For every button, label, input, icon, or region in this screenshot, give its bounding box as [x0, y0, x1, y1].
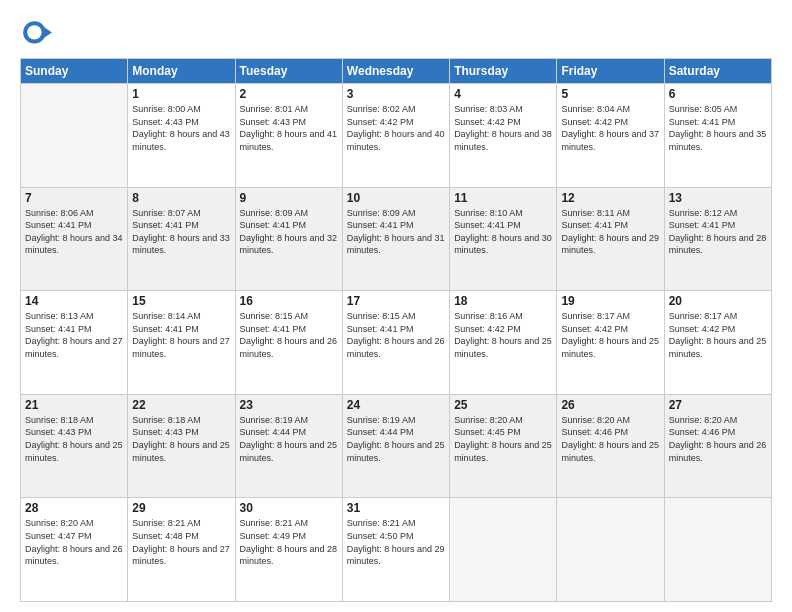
daylight-label: Daylight: 8 hours and 26 minutes.: [669, 440, 767, 463]
sunset-label: Sunset: 4:41 PM: [132, 324, 199, 334]
day-number: 23: [240, 398, 338, 412]
day-number: 1: [132, 87, 230, 101]
day-info: Sunrise: 8:21 AMSunset: 4:50 PMDaylight:…: [347, 517, 445, 567]
calendar-day-cell: 3Sunrise: 8:02 AMSunset: 4:42 PMDaylight…: [342, 84, 449, 188]
sunrise-label: Sunrise: 8:12 AM: [669, 208, 738, 218]
calendar-day-cell: 1Sunrise: 8:00 AMSunset: 4:43 PMDaylight…: [128, 84, 235, 188]
day-info: Sunrise: 8:18 AMSunset: 4:43 PMDaylight:…: [25, 414, 123, 464]
daylight-label: Daylight: 8 hours and 25 minutes.: [240, 440, 338, 463]
daylight-label: Daylight: 8 hours and 26 minutes.: [347, 336, 445, 359]
sunrise-label: Sunrise: 8:04 AM: [561, 104, 630, 114]
calendar-header-cell: Thursday: [450, 59, 557, 84]
sunset-label: Sunset: 4:41 PM: [347, 220, 414, 230]
daylight-label: Daylight: 8 hours and 25 minutes.: [454, 440, 552, 463]
sunrise-label: Sunrise: 8:09 AM: [347, 208, 416, 218]
day-info: Sunrise: 8:19 AMSunset: 4:44 PMDaylight:…: [347, 414, 445, 464]
day-info: Sunrise: 8:19 AMSunset: 4:44 PMDaylight:…: [240, 414, 338, 464]
sunrise-label: Sunrise: 8:18 AM: [132, 415, 201, 425]
day-info: Sunrise: 8:17 AMSunset: 4:42 PMDaylight:…: [561, 310, 659, 360]
daylight-label: Daylight: 8 hours and 40 minutes.: [347, 129, 445, 152]
sunrise-label: Sunrise: 8:00 AM: [132, 104, 201, 114]
calendar-day-cell: 15Sunrise: 8:14 AMSunset: 4:41 PMDayligh…: [128, 291, 235, 395]
calendar-week-row: 14Sunrise: 8:13 AMSunset: 4:41 PMDayligh…: [21, 291, 772, 395]
day-number: 30: [240, 501, 338, 515]
sunrise-label: Sunrise: 8:16 AM: [454, 311, 523, 321]
calendar-header-cell: Wednesday: [342, 59, 449, 84]
calendar-day-cell: 6Sunrise: 8:05 AMSunset: 4:41 PMDaylight…: [664, 84, 771, 188]
calendar-header-row: SundayMondayTuesdayWednesdayThursdayFrid…: [21, 59, 772, 84]
daylight-label: Daylight: 8 hours and 31 minutes.: [347, 233, 445, 256]
calendar-header-cell: Monday: [128, 59, 235, 84]
calendar-day-cell: 23Sunrise: 8:19 AMSunset: 4:44 PMDayligh…: [235, 394, 342, 498]
calendar-day-cell: 24Sunrise: 8:19 AMSunset: 4:44 PMDayligh…: [342, 394, 449, 498]
day-number: 29: [132, 501, 230, 515]
sunrise-label: Sunrise: 8:21 AM: [132, 518, 201, 528]
sunrise-label: Sunrise: 8:03 AM: [454, 104, 523, 114]
sunrise-label: Sunrise: 8:21 AM: [347, 518, 416, 528]
sunrise-label: Sunrise: 8:15 AM: [240, 311, 309, 321]
calendar-day-cell: 10Sunrise: 8:09 AMSunset: 4:41 PMDayligh…: [342, 187, 449, 291]
calendar-week-row: 1Sunrise: 8:00 AMSunset: 4:43 PMDaylight…: [21, 84, 772, 188]
sunset-label: Sunset: 4:47 PM: [25, 531, 92, 541]
day-number: 5: [561, 87, 659, 101]
day-number: 19: [561, 294, 659, 308]
sunset-label: Sunset: 4:41 PM: [132, 220, 199, 230]
day-info: Sunrise: 8:20 AMSunset: 4:47 PMDaylight:…: [25, 517, 123, 567]
day-info: Sunrise: 8:15 AMSunset: 4:41 PMDaylight:…: [347, 310, 445, 360]
sunset-label: Sunset: 4:44 PM: [347, 427, 414, 437]
daylight-label: Daylight: 8 hours and 27 minutes.: [132, 544, 230, 567]
sunrise-label: Sunrise: 8:02 AM: [347, 104, 416, 114]
daylight-label: Daylight: 8 hours and 28 minutes.: [240, 544, 338, 567]
daylight-label: Daylight: 8 hours and 25 minutes.: [347, 440, 445, 463]
sunset-label: Sunset: 4:41 PM: [25, 324, 92, 334]
day-number: 15: [132, 294, 230, 308]
day-number: 26: [561, 398, 659, 412]
calendar-day-cell: 25Sunrise: 8:20 AMSunset: 4:45 PMDayligh…: [450, 394, 557, 498]
day-number: 7: [25, 191, 123, 205]
daylight-label: Daylight: 8 hours and 38 minutes.: [454, 129, 552, 152]
calendar-day-cell: 4Sunrise: 8:03 AMSunset: 4:42 PMDaylight…: [450, 84, 557, 188]
sunset-label: Sunset: 4:41 PM: [454, 220, 521, 230]
day-number: 12: [561, 191, 659, 205]
calendar-day-cell: 17Sunrise: 8:15 AMSunset: 4:41 PMDayligh…: [342, 291, 449, 395]
day-info: Sunrise: 8:12 AMSunset: 4:41 PMDaylight:…: [669, 207, 767, 257]
day-number: 21: [25, 398, 123, 412]
calendar-header-cell: Friday: [557, 59, 664, 84]
sunrise-label: Sunrise: 8:14 AM: [132, 311, 201, 321]
sunrise-label: Sunrise: 8:21 AM: [240, 518, 309, 528]
day-number: 20: [669, 294, 767, 308]
sunset-label: Sunset: 4:43 PM: [132, 427, 199, 437]
day-number: 24: [347, 398, 445, 412]
header: [20, 18, 772, 50]
daylight-label: Daylight: 8 hours and 34 minutes.: [25, 233, 123, 256]
logo: [20, 18, 56, 50]
page: SundayMondayTuesdayWednesdayThursdayFrid…: [0, 0, 792, 612]
day-info: Sunrise: 8:20 AMSunset: 4:46 PMDaylight:…: [669, 414, 767, 464]
day-number: 14: [25, 294, 123, 308]
sunset-label: Sunset: 4:45 PM: [454, 427, 521, 437]
sunset-label: Sunset: 4:46 PM: [561, 427, 628, 437]
day-number: 11: [454, 191, 552, 205]
day-info: Sunrise: 8:14 AMSunset: 4:41 PMDaylight:…: [132, 310, 230, 360]
sunrise-label: Sunrise: 8:20 AM: [669, 415, 738, 425]
sunrise-label: Sunrise: 8:17 AM: [561, 311, 630, 321]
day-info: Sunrise: 8:21 AMSunset: 4:48 PMDaylight:…: [132, 517, 230, 567]
sunset-label: Sunset: 4:42 PM: [561, 117, 628, 127]
calendar-day-cell: 9Sunrise: 8:09 AMSunset: 4:41 PMDaylight…: [235, 187, 342, 291]
day-info: Sunrise: 8:11 AMSunset: 4:41 PMDaylight:…: [561, 207, 659, 257]
day-info: Sunrise: 8:10 AMSunset: 4:41 PMDaylight:…: [454, 207, 552, 257]
day-number: 28: [25, 501, 123, 515]
calendar-body: 1Sunrise: 8:00 AMSunset: 4:43 PMDaylight…: [21, 84, 772, 602]
calendar-day-cell: 19Sunrise: 8:17 AMSunset: 4:42 PMDayligh…: [557, 291, 664, 395]
daylight-label: Daylight: 8 hours and 25 minutes.: [132, 440, 230, 463]
logo-icon: [20, 18, 52, 50]
sunset-label: Sunset: 4:46 PM: [669, 427, 736, 437]
day-number: 18: [454, 294, 552, 308]
sunrise-label: Sunrise: 8:05 AM: [669, 104, 738, 114]
day-number: 10: [347, 191, 445, 205]
daylight-label: Daylight: 8 hours and 29 minutes.: [347, 544, 445, 567]
calendar-header-cell: Sunday: [21, 59, 128, 84]
sunset-label: Sunset: 4:41 PM: [240, 220, 307, 230]
day-number: 31: [347, 501, 445, 515]
sunset-label: Sunset: 4:41 PM: [347, 324, 414, 334]
